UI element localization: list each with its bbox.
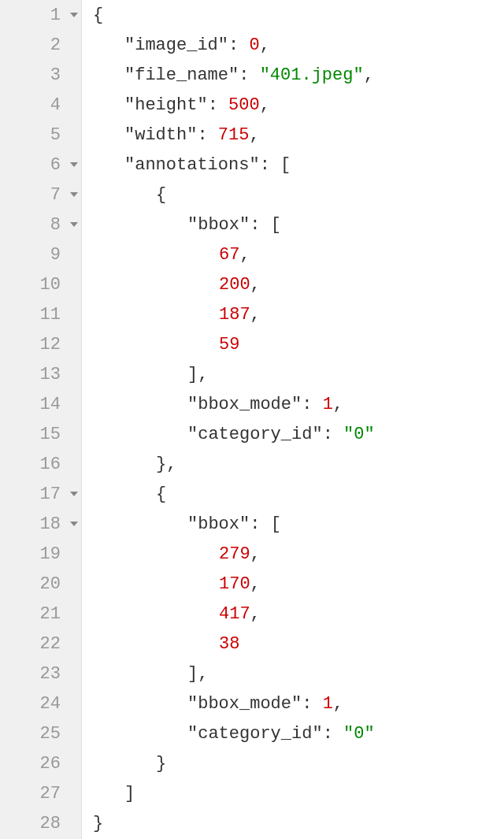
- line-number: 16: [40, 455, 75, 474]
- code-line[interactable]: "bbox": [: [87, 210, 504, 239]
- line-number: 20: [40, 574, 75, 594]
- gutter-row[interactable]: 7: [0, 180, 81, 210]
- code-line[interactable]: 38: [87, 629, 504, 659]
- code-line[interactable]: 59: [87, 329, 504, 359]
- code-line[interactable]: 417,: [87, 599, 504, 629]
- code-line[interactable]: ],: [87, 659, 504, 689]
- code-line[interactable]: 187,: [87, 299, 504, 329]
- line-number: 24: [40, 694, 75, 714]
- line-number: 21: [40, 604, 75, 624]
- gutter-row[interactable]: 23: [0, 659, 81, 689]
- chevron-down-icon[interactable]: [70, 222, 78, 227]
- code-line[interactable]: },: [87, 449, 504, 479]
- code-line[interactable]: "bbox_mode": 1,: [87, 389, 504, 419]
- line-number: 3: [50, 65, 75, 85]
- code-line[interactable]: 170,: [87, 569, 504, 599]
- gutter-row[interactable]: 9: [0, 239, 81, 269]
- line-number: 23: [40, 664, 75, 684]
- line-number: 11: [40, 305, 75, 325]
- gutter-row[interactable]: 10: [0, 269, 81, 299]
- line-number: 26: [40, 754, 75, 774]
- code-line[interactable]: 67,: [87, 239, 504, 269]
- line-number: 15: [40, 425, 75, 444]
- gutter-row[interactable]: 12: [0, 329, 81, 359]
- gutter-row[interactable]: 17: [0, 479, 81, 509]
- gutter-row[interactable]: 22: [0, 629, 81, 659]
- gutter-row[interactable]: 6: [0, 150, 81, 180]
- chevron-down-icon[interactable]: [70, 162, 78, 167]
- gutter-row[interactable]: 18: [0, 509, 81, 539]
- gutter-row[interactable]: 25: [0, 718, 81, 748]
- code-editor[interactable]: { "image_id": 0, "file_name": "401.jpeg"…: [82, 0, 504, 839]
- code-line[interactable]: }: [87, 748, 504, 778]
- gutter-row[interactable]: 27: [0, 778, 81, 808]
- gutter-row[interactable]: 8: [0, 210, 81, 239]
- line-number: 2: [50, 35, 75, 55]
- code-line[interactable]: ]: [87, 778, 504, 808]
- gutter-row[interactable]: 2: [0, 30, 81, 60]
- code-line[interactable]: "bbox_mode": 1,: [87, 689, 504, 718]
- gutter-row[interactable]: 4: [0, 90, 81, 120]
- code-line[interactable]: {: [87, 0, 504, 30]
- line-number: 19: [40, 544, 75, 564]
- line-number: 9: [50, 245, 75, 265]
- code-line[interactable]: "file_name": "401.jpeg",: [87, 60, 504, 90]
- line-number: 10: [40, 275, 75, 295]
- code-line[interactable]: "height": 500,: [87, 90, 504, 120]
- line-number: 13: [40, 365, 75, 384]
- gutter-row[interactable]: 24: [0, 689, 81, 718]
- code-line[interactable]: ],: [87, 359, 504, 389]
- gutter-row[interactable]: 21: [0, 599, 81, 629]
- line-number-gutter: 1 2 3 4 5 6 7 8 9 10 11 12 13 14 15 16 1…: [0, 0, 82, 839]
- gutter-row[interactable]: 20: [0, 569, 81, 599]
- chevron-down-icon[interactable]: [70, 492, 78, 496]
- gutter-row[interactable]: 11: [0, 299, 81, 329]
- gutter-row[interactable]: 28: [0, 808, 81, 838]
- line-number: 22: [40, 634, 75, 654]
- line-number: 28: [40, 814, 75, 833]
- line-number: 5: [50, 125, 75, 145]
- gutter-row[interactable]: 16: [0, 449, 81, 479]
- chevron-down-icon[interactable]: [70, 522, 78, 526]
- gutter-row[interactable]: 1: [0, 0, 81, 30]
- code-line[interactable]: "image_id": 0,: [87, 30, 504, 60]
- code-line[interactable]: 279,: [87, 539, 504, 569]
- gutter-row[interactable]: 14: [0, 389, 81, 419]
- code-line[interactable]: {: [87, 479, 504, 509]
- gutter-row[interactable]: 19: [0, 539, 81, 569]
- code-line[interactable]: "bbox": [: [87, 509, 504, 539]
- line-number: 25: [40, 724, 75, 744]
- line-number: 12: [40, 335, 75, 355]
- code-line[interactable]: }: [87, 808, 504, 838]
- line-number: 14: [40, 395, 75, 414]
- gutter-row[interactable]: 15: [0, 419, 81, 449]
- code-line[interactable]: "width": 715,: [87, 120, 504, 150]
- gutter-row[interactable]: 26: [0, 748, 81, 778]
- code-line[interactable]: "category_id": "0": [87, 419, 504, 449]
- gutter-row[interactable]: 3: [0, 60, 81, 90]
- gutter-row[interactable]: 13: [0, 359, 81, 389]
- code-line[interactable]: 200,: [87, 269, 504, 299]
- line-number: 4: [50, 95, 75, 115]
- code-line[interactable]: "annotations": [: [87, 150, 504, 180]
- chevron-down-icon[interactable]: [70, 13, 78, 17]
- chevron-down-icon[interactable]: [70, 192, 78, 197]
- code-line[interactable]: {: [87, 180, 504, 210]
- gutter-row[interactable]: 5: [0, 120, 81, 150]
- code-line[interactable]: "category_id": "0": [87, 718, 504, 748]
- line-number: 27: [40, 784, 75, 804]
